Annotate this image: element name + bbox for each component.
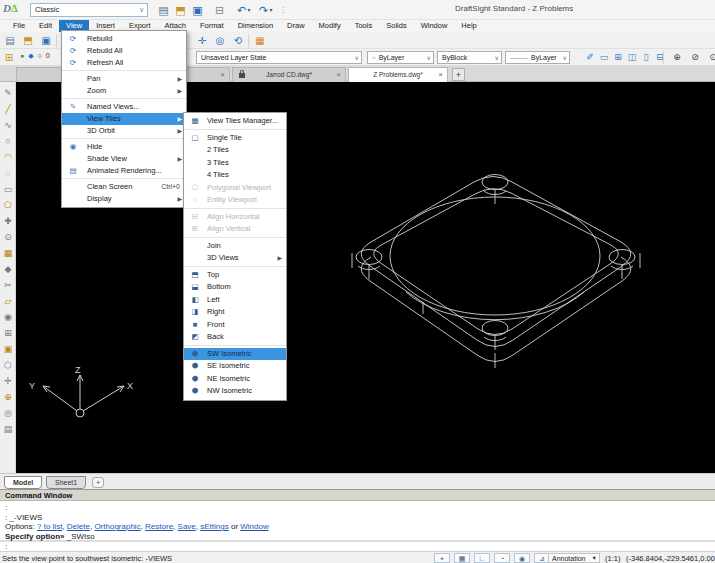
draw-tool-icon[interactable]: ✚ [0,213,16,229]
menubar-item[interactable]: Modify [312,20,348,32]
draw-tool-icon[interactable]: ✂ [0,277,16,293]
view-menu-item[interactable]: Pan ▶ [62,73,186,85]
menubar-item[interactable]: Format [193,20,231,32]
menubar-item[interactable]: Dimension [231,20,280,32]
draw-tool-icon[interactable]: ⬡ [0,357,16,373]
tab-sheet1[interactable]: Sheet1 [46,476,86,489]
view-tiles-submenu-item[interactable]: ○ Entity Viewport [184,194,286,209]
view-tiles-submenu-item[interactable]: 3D Views ▶ [184,252,286,267]
esnap-toggle-icon[interactable]: ◉ [514,553,530,563]
draw-tool-icon[interactable]: ∿ [0,117,16,133]
draw-tool-icon[interactable]: ▭ [0,181,16,197]
view-tiles-submenu-item[interactable]: ⬒ Top [184,269,286,282]
view-tiles-submenu-item[interactable]: ⬠ Polygonal Viewport [184,182,286,195]
draw-tool-icon[interactable]: ╱ [0,101,16,117]
menubar-item[interactable]: File [6,20,32,32]
option-link[interactable]: sEttings [200,522,228,531]
draw-tool-icon[interactable]: ▤ [0,421,16,437]
draw-tool-icon[interactable]: ⊕ [0,389,16,405]
view-tiles-submenu-item[interactable]: ⬢ NW Isometric [184,385,286,398]
draw-tool-icon[interactable]: ◠ [0,149,16,165]
draw-tool-icon[interactable]: ⊞ [0,325,16,341]
view-tiles-submenu-item[interactable]: ⊞ Align Vertical [184,223,286,238]
line-color-combo[interactable]: ○ByLayer ∨ [367,51,434,64]
view-tiles-submenu-item[interactable]: ⬢ SW Isometric [184,348,286,361]
undo-dropdown-icon[interactable]: ▾ [245,3,253,17]
view-menu-item[interactable]: View Tiles ▶ [62,113,186,125]
menubar-item[interactable]: Solids [379,20,413,32]
menubar-item[interactable]: Edit [32,20,59,32]
menubar-item[interactable]: Draw [280,20,312,32]
view-tiles-submenu-item[interactable]: ◧ Left [184,294,286,307]
line-style-combo[interactable]: ByBlock ∨ [437,51,502,64]
view-tiles-submenu-item[interactable]: ⊟ Align Horizontal [184,211,286,224]
circle-tool-icon[interactable]: ⊙ [704,51,715,64]
view-menu-item[interactable]: ◉ Hide [62,141,186,153]
save-file-icon[interactable]: ▣ [38,34,54,47]
save-file-icon[interactable]: ▣ [190,3,205,17]
draw-tool-icon[interactable]: ▱ [0,293,16,309]
view-tiles-submenu-item[interactable]: ◩ Back [184,331,286,346]
view-tiles-submenu-item[interactable]: 3 Tiles [184,157,286,170]
view-tiles-submenu-item[interactable]: ▦ View Tiles Manager... [184,115,286,130]
option-link[interactable]: ? to list [37,522,62,531]
document-tab[interactable]: Jarrod CD.dwg* × [232,67,346,82]
grid-toggle-icon[interactable]: ▦ [454,553,470,563]
menubar-item[interactable]: Tools [348,20,380,32]
new-file-icon[interactable]: ▤ [2,34,18,47]
dimension-tool-icon[interactable]: ✐ [583,51,597,64]
close-icon[interactable]: × [220,68,225,82]
view-menu-item[interactable]: ▤ Animated Rendering... [62,165,186,179]
menubar-item[interactable]: Help [454,20,483,32]
view-tiles-submenu-item[interactable]: ▢ Single Tile [184,132,286,145]
new-document-tab-button[interactable]: + [452,68,465,81]
view-menu-item[interactable]: Zoom ▶ [62,85,186,99]
open-file-icon[interactable]: ⬒ [20,34,36,47]
add-sheet-button[interactable]: + [92,477,104,488]
draw-tool-icon[interactable]: ◆ [0,261,16,277]
document-tab-active[interactable]: Z Problems.dwg* × [348,67,448,82]
circle-tool-icon[interactable]: ⊕ [668,51,686,64]
annotation-scale-combo[interactable]: Annotation ▼ [548,553,600,563]
ortho-toggle-icon[interactable]: ∟ [474,553,490,563]
close-icon[interactable]: × [336,68,341,82]
zoom-back-icon[interactable]: ⟲ [230,34,246,47]
command-history[interactable]: : : _-VIEWS Options: ? to list, Delete, … [0,501,715,541]
menubar-item[interactable]: Window [414,20,455,32]
dimension-tool-icon[interactable]: ⊟ [653,51,667,64]
view-menu-item[interactable]: ✎ Named Views... [62,101,186,113]
zoom-dynamic-icon[interactable]: ◎ [212,34,228,47]
tab-model[interactable]: Model [4,476,42,489]
view-tiles-submenu-item[interactable]: Join [184,240,286,253]
toolbar-overflow-icon[interactable]: ⋮ [279,3,287,17]
view-menu-item[interactable]: 3D Orbit ▶ [62,125,186,139]
view-menu-item[interactable]: Shade View ▶ [62,153,186,165]
snap-toggle-icon[interactable]: ⌖ [434,553,450,563]
circle-tool-icon[interactable]: ⊘ [686,51,704,64]
open-file-icon[interactable]: ⬒ [173,3,188,17]
draw-tool-icon[interactable]: ○ [0,133,16,149]
redo-dropdown-icon[interactable]: ▾ [267,3,275,17]
draw-tool-icon[interactable]: ◎ [0,405,16,421]
view-tiles-submenu-item[interactable]: ◨ Right [184,306,286,319]
view-menu-item[interactable]: Display ▶ [62,193,186,205]
view-tiles-submenu-item[interactable]: ⬢ SE Isometric [184,360,286,373]
command-window-header[interactable]: Command Window [0,489,715,501]
draw-tool-icon[interactable]: ✛ [0,373,16,389]
option-link[interactable]: Orthographic [94,522,140,531]
view-tiles-submenu-item[interactable]: 4 Tiles [184,169,286,182]
dimension-tool-icon[interactable]: ▯ [639,51,653,64]
view-tiles-submenu-item[interactable]: ⬢ NE Isometric [184,373,286,386]
dimension-tool-icon[interactable]: ⊞ [611,51,625,64]
print-icon[interactable]: ⊟ [212,3,227,17]
command-input[interactable]: : [0,541,715,551]
draw-tool-icon[interactable]: ✎ [0,85,16,101]
view-menu-item[interactable]: ⟳ Rebuild All [62,45,186,57]
dimension-tool-icon[interactable]: ◫ [625,51,639,64]
view-menu-item[interactable]: Clean Screen Ctrl+0 [62,181,186,193]
new-file-icon[interactable]: ▤ [156,3,171,17]
pan-icon[interactable]: ✛ [194,34,210,47]
option-link[interactable]: Save [178,522,196,531]
option-link[interactable]: Delete [67,522,90,531]
layer-state-combo[interactable]: Unsaved Layer State ∨ [196,51,362,64]
